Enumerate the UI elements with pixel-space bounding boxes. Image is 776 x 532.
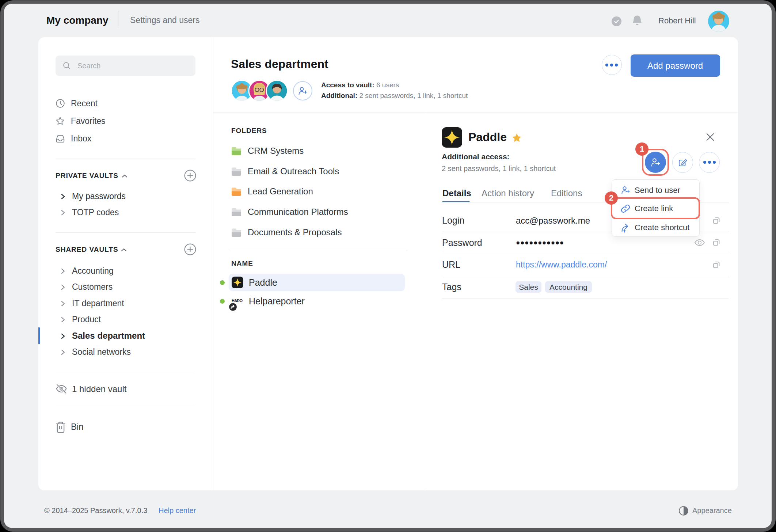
svg-text:HARO: HARO bbox=[232, 299, 243, 303]
